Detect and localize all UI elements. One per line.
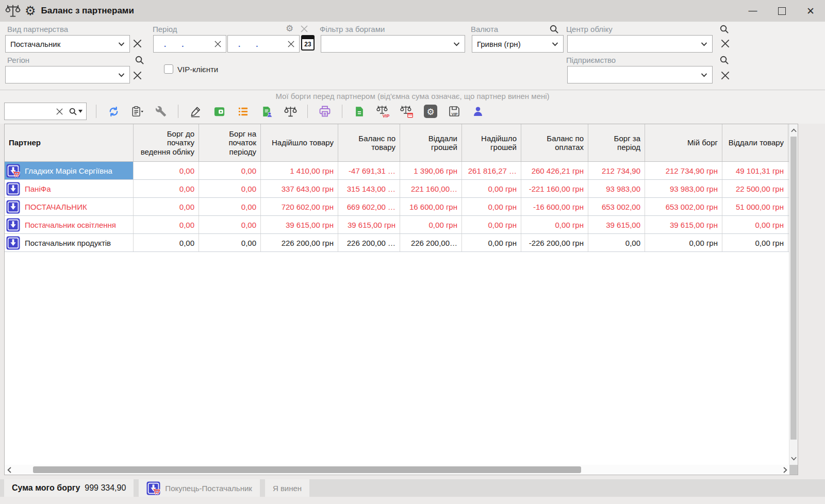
toolbar-separator (307, 105, 308, 118)
table-search-input[interactable] (4, 103, 87, 120)
scales-vip-button[interactable]: VIP (374, 102, 392, 121)
partner-cell: Постачальник продуктів (5, 234, 134, 251)
search-icon[interactable] (69, 107, 82, 116)
column-header-6[interactable]: Віддали грошей (400, 124, 462, 161)
partnership-type-select[interactable]: Постачальник (5, 35, 130, 53)
partner-supplier-icon (6, 218, 20, 232)
table-row[interactable]: ПаніФа0,000,00337 643,00 грн315 143,00 …… (5, 180, 790, 198)
scales-calendar-button[interactable] (398, 102, 416, 121)
period-clear-button[interactable] (298, 23, 310, 35)
currency-search-icon[interactable] (548, 23, 560, 35)
region-select[interactable] (5, 66, 130, 83)
green-document-button[interactable] (350, 102, 369, 121)
horizontal-scrollbar[interactable] (5, 465, 790, 475)
close-button[interactable]: ✕ (796, 0, 825, 22)
scales-button[interactable] (281, 102, 300, 121)
gear-settings-button[interactable]: ⚙ (421, 102, 440, 121)
table-row[interactable]: Гладких Марія Сергіївна0,000,001 410,00 … (5, 162, 790, 180)
scroll-down-icon[interactable] (789, 453, 798, 464)
scales-app-icon (5, 4, 21, 18)
green-document-icon (354, 106, 365, 117)
cell: -226 200,00 грн (521, 234, 588, 251)
scroll-left-icon[interactable] (5, 465, 14, 475)
printer-button[interactable] (316, 102, 334, 121)
cell: 0,00 (588, 234, 645, 251)
period-from-clear-icon[interactable] (214, 40, 222, 48)
vip-clients-checkbox[interactable] (164, 64, 173, 74)
scroll-right-icon[interactable] (781, 465, 790, 475)
column-header-3[interactable]: Борг на початок періоду (199, 124, 261, 161)
clipboard-button[interactable] (128, 102, 146, 121)
column-header-5[interactable]: Баланс по товару (338, 124, 400, 161)
partner-name: Гладких Марія Сергіївна (25, 166, 112, 175)
edit-pencil-button[interactable] (186, 102, 205, 121)
column-header-7[interactable]: Надійшло грошей (462, 124, 521, 161)
table-row[interactable]: Постачальник продуктів0,000,00226 200,00… (5, 234, 790, 252)
vertical-scroll-thumb[interactable] (790, 137, 797, 440)
wrench-button[interactable] (152, 102, 170, 121)
save-vip-button[interactable]: VIP (445, 102, 464, 121)
partner-type-segment: Покупець-Постачальник (139, 479, 260, 497)
table-row[interactable]: ПОСТАЧАЛЬНИК0,000,00720 602,00 грн669 60… (5, 198, 790, 216)
partner-type-text: Покупець-Постачальник (165, 484, 252, 493)
scroll-up-icon[interactable] (789, 125, 798, 136)
cell: 0,00 (134, 216, 199, 233)
period-to-clear-icon[interactable] (287, 40, 295, 48)
column-header-1[interactable]: Партнер (5, 124, 134, 161)
debt-filter-select[interactable] (321, 35, 465, 53)
wallet-button[interactable] (210, 102, 228, 121)
toolbar-separator (178, 105, 178, 118)
cell: 22 500,00 грн (722, 180, 788, 197)
chevron-down-icon (701, 73, 707, 77)
search-clear-icon[interactable] (56, 108, 63, 115)
refresh-button[interactable] (104, 102, 123, 121)
cell: 39 615,00 грн (261, 216, 338, 233)
minimize-button[interactable]: — (738, 0, 767, 22)
partnership-clear-button[interactable] (131, 37, 143, 49)
period-from-input[interactable]: . . (153, 35, 226, 53)
horizontal-scroll-thumb[interactable] (33, 466, 581, 473)
refresh-icon (108, 106, 120, 117)
accounting-center-clear-button[interactable] (719, 37, 731, 49)
debt-direction-segment: Я винен (265, 479, 309, 497)
region-search-icon[interactable] (133, 54, 145, 66)
column-header-2[interactable]: Борг до початку ведення обліку (134, 124, 199, 161)
divider (0, 90, 825, 90)
maximize-button[interactable] (767, 0, 796, 22)
cell: 212 734,90 грн (645, 162, 722, 179)
cell: 0,00 (134, 180, 199, 197)
accounting-center-select[interactable] (567, 35, 713, 53)
currency-select[interactable]: Гривня (грн) (472, 35, 564, 53)
vertical-scrollbar[interactable] (789, 124, 798, 465)
currency-label: Валюта (471, 25, 498, 33)
column-header-4[interactable]: Надійшло товару (261, 124, 338, 161)
accounting-center-search-icon[interactable] (718, 23, 730, 35)
column-header-10[interactable]: Мій борг (645, 124, 722, 161)
region-clear-button[interactable] (131, 69, 143, 81)
table-row[interactable]: Постачальник освітлення0,000,0039 615,00… (5, 216, 790, 234)
gear-app-icon: ⚙ (25, 5, 36, 17)
enterprise-clear-button[interactable] (719, 69, 731, 81)
table-body: Гладких Марія Сергіївна0,000,001 410,00 … (5, 162, 798, 252)
cell: -16 600,00 грн (521, 198, 588, 215)
column-header-11[interactable]: Віддали товару (722, 124, 788, 161)
partner-cell: ПаніФа (5, 180, 134, 197)
column-header-8[interactable]: Баланс по оплатах (521, 124, 588, 161)
cell: 653 002,00 (588, 198, 645, 215)
calendar-icon[interactable]: 23 (301, 35, 315, 51)
cell: 337 643,00 грн (261, 180, 338, 197)
enterprise-select[interactable] (567, 66, 713, 83)
column-header-9[interactable]: Борг за період (588, 124, 645, 161)
cell: 0,00 грн (462, 198, 521, 215)
period-to-input[interactable]: . . (227, 35, 300, 53)
enterprise-search-icon[interactable] (718, 54, 730, 66)
person-button[interactable] (469, 102, 487, 121)
gear-settings-icon: ⚙ (424, 105, 437, 118)
cell: 1 410,00 грн (261, 162, 338, 179)
orange-list-button[interactable] (234, 102, 252, 121)
partnership-type-label: Вид партнерства (7, 25, 68, 33)
period-settings-gear-icon[interactable]: ⚙ (286, 24, 293, 33)
cell: 1 390,06 грн (400, 162, 462, 179)
document-person-button[interactable] (257, 102, 276, 121)
sum-label: Сума мого боргу (12, 483, 80, 493)
